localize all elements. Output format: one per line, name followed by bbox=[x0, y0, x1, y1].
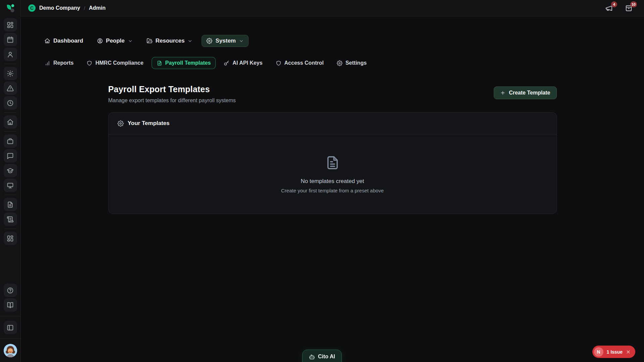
user-avatar[interactable] bbox=[4, 344, 17, 357]
key-icon bbox=[224, 60, 229, 66]
sidebar-item-help[interactable] bbox=[4, 284, 17, 297]
settings-icon bbox=[337, 60, 342, 66]
file-text-icon bbox=[7, 201, 14, 208]
breadcrumb-company[interactable]: Demo Company bbox=[39, 5, 80, 11]
circle-user-icon bbox=[97, 38, 103, 44]
page-subtitle: Manage export templates for different pa… bbox=[108, 98, 236, 104]
tab-label: Payroll Templates bbox=[165, 60, 211, 66]
tab-ai-api-keys[interactable]: AI API Keys bbox=[219, 57, 267, 69]
topbar-announcements-button[interactable]: 4 bbox=[604, 3, 614, 13]
sidebar-item-jobs[interactable] bbox=[4, 134, 17, 148]
shield-icon bbox=[87, 60, 92, 66]
help-circle-icon bbox=[7, 287, 14, 294]
bar-chart-icon bbox=[45, 60, 50, 66]
avatar-image bbox=[4, 344, 17, 357]
sidebar-divider bbox=[0, 339, 20, 339]
panel-left-icon bbox=[7, 324, 14, 331]
sidebar-bottom bbox=[0, 284, 20, 357]
chevron-down-icon bbox=[187, 39, 193, 44]
briefcase-icon bbox=[7, 138, 14, 145]
company-logo: C bbox=[28, 4, 36, 12]
alert-triangle-icon bbox=[7, 85, 14, 92]
main-nav-label: System bbox=[215, 38, 235, 44]
empty-state-title: No templates created yet bbox=[301, 178, 364, 185]
sidebar-divider bbox=[4, 131, 16, 132]
main-nav-system[interactable]: System bbox=[202, 35, 248, 47]
notification-badge: 4 bbox=[611, 1, 617, 7]
page-header-text: Payroll Export Templates Manage export t… bbox=[108, 84, 236, 104]
sidebar-item-wellbeing[interactable] bbox=[4, 67, 17, 80]
app-logo-icon[interactable] bbox=[5, 3, 16, 14]
templates-card-header: Your Templates bbox=[109, 113, 556, 134]
tab-settings[interactable]: Settings bbox=[332, 57, 372, 69]
close-icon[interactable] bbox=[626, 350, 631, 354]
sidebar-item-alerts[interactable] bbox=[4, 81, 17, 95]
folder-open-icon bbox=[147, 38, 153, 44]
book-open-icon bbox=[7, 302, 14, 309]
tab-reports[interactable]: Reports bbox=[40, 57, 78, 69]
scroll-text-icon bbox=[7, 216, 14, 223]
dev-issue-badge[interactable]: N 1 Issue bbox=[592, 346, 635, 358]
breadcrumb-separator: / bbox=[84, 5, 85, 11]
main-content: DashboardPeopleResourcesSystem ReportsHM… bbox=[21, 16, 644, 362]
shield-icon bbox=[276, 60, 281, 66]
topbar-inbox-button[interactable]: 10 bbox=[624, 3, 634, 13]
settings-icon bbox=[206, 38, 212, 44]
dev-issue-label: 1 Issue bbox=[607, 349, 623, 355]
sidebar-item-dashboard[interactable] bbox=[4, 18, 17, 32]
dev-badge-logo: N bbox=[594, 347, 603, 357]
tab-hmrc-compliance[interactable]: HMRC Compliance bbox=[82, 57, 148, 69]
sidebar-item-time-tracking[interactable] bbox=[4, 96, 17, 110]
cito-ai-button[interactable]: Cito AI bbox=[302, 350, 342, 362]
sidebar-item-payslips[interactable] bbox=[4, 213, 17, 226]
templates-card: Your Templates No templates created yet … bbox=[108, 112, 557, 214]
main-nav-people[interactable]: People bbox=[92, 35, 138, 47]
sidebar-item-apps[interactable] bbox=[4, 232, 17, 245]
main-nav-dashboard[interactable]: Dashboard bbox=[40, 35, 88, 47]
sidebar-divider bbox=[4, 64, 16, 64]
user-icon bbox=[7, 51, 14, 58]
file-text-icon bbox=[157, 60, 162, 66]
create-template-button[interactable]: Create Template bbox=[494, 86, 556, 99]
tab-label: Reports bbox=[53, 60, 73, 66]
tab-label: Settings bbox=[345, 60, 367, 66]
chevron-down-icon bbox=[128, 39, 133, 44]
layout-dashboard-icon bbox=[7, 235, 14, 242]
sidebar-item-documents[interactable] bbox=[4, 198, 17, 211]
main-nav-label: Dashboard bbox=[53, 38, 83, 44]
layout-dashboard-icon bbox=[7, 21, 14, 28]
sidebar-item-people[interactable] bbox=[4, 48, 17, 61]
sidebar-item-devices[interactable] bbox=[4, 179, 17, 192]
main-nav-label: People bbox=[106, 38, 125, 44]
page-title: Payroll Export Templates bbox=[108, 84, 236, 94]
message-square-icon bbox=[7, 153, 14, 160]
sun-icon bbox=[7, 70, 14, 77]
chevron-down-icon bbox=[239, 39, 244, 44]
home-icon bbox=[44, 38, 50, 44]
monitor-icon bbox=[7, 182, 14, 189]
page-header: Payroll Export Templates Manage export t… bbox=[108, 84, 557, 104]
topbar-actions: 410 bbox=[604, 3, 634, 13]
main-nav-resources[interactable]: Resources bbox=[142, 35, 198, 47]
templates-empty-state: No templates created yet Create your fir… bbox=[109, 134, 556, 214]
sidebar bbox=[0, 0, 21, 362]
sidebar-item-messages[interactable] bbox=[4, 149, 17, 163]
tab-payroll-templates[interactable]: Payroll Templates bbox=[152, 57, 216, 69]
sidebar-item-company-home[interactable] bbox=[4, 115, 17, 129]
tab-label: HMRC Compliance bbox=[95, 60, 143, 66]
notification-badge: 10 bbox=[630, 1, 637, 7]
tab-label: AI API Keys bbox=[232, 60, 262, 66]
sidebar-divider bbox=[0, 316, 20, 316]
sidebar-item-documentation[interactable] bbox=[4, 298, 17, 312]
tab-access-control[interactable]: Access Control bbox=[271, 57, 329, 69]
sidebar-divider bbox=[4, 229, 16, 229]
tab-label: Access Control bbox=[284, 60, 324, 66]
robot-icon bbox=[309, 354, 315, 360]
main-nav-label: Resources bbox=[156, 38, 185, 44]
sidebar-item-collapse-panel[interactable] bbox=[4, 321, 17, 334]
sidebar-item-learning[interactable] bbox=[4, 164, 17, 177]
sidebar-bottom-groups bbox=[0, 284, 20, 334]
breadcrumb-section: Admin bbox=[89, 5, 106, 11]
sidebar-item-calendar[interactable] bbox=[4, 33, 17, 46]
sidebar-nav bbox=[0, 18, 20, 284]
